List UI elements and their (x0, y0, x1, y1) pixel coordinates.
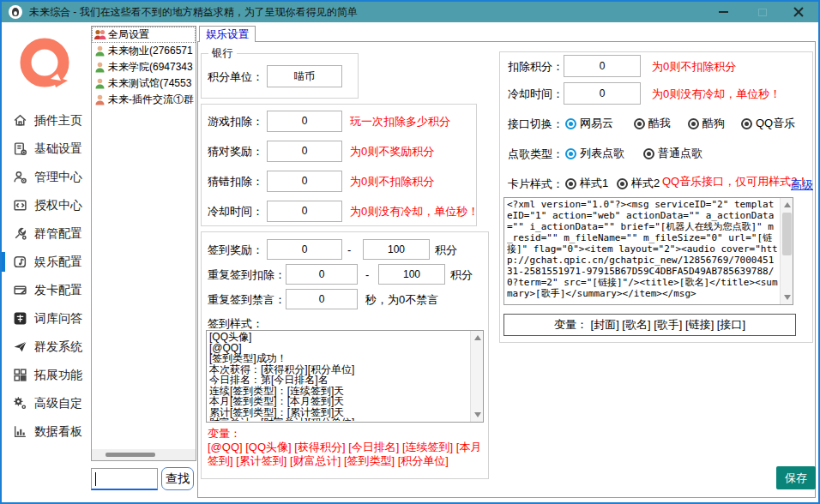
sign-variables-text: 变量： [@QQ] [QQ头像] [获得积分] [今日排名] [连续签到] [本… (208, 427, 484, 468)
member-icon (93, 61, 106, 74)
sidebar-item-label: 基础设置 (34, 141, 82, 157)
radio-style2[interactable]: 样式2 (617, 175, 660, 192)
chart-icon (13, 424, 27, 439)
list-item-label: 未来-插件交流①群 (108, 93, 194, 107)
sidebar-item-group-config[interactable]: 群管配置 (2, 219, 88, 248)
scrollbar-thumb[interactable] (106, 453, 155, 457)
tab-entertainment-settings[interactable]: 娱乐设置 (199, 26, 256, 42)
repeat-deduct-max-input[interactable]: 100 (378, 264, 445, 285)
sidebar-item-advanced-custom[interactable]: 高级自定 (2, 389, 88, 417)
game-deduct-input[interactable]: 0 (267, 111, 342, 132)
app-window: 未来综合 - 我们在这些看不到的地方精益求精，为了呈现你看得见的简单 插件主页 … (0, 0, 820, 504)
vertical-scrollbar[interactable] (780, 198, 793, 304)
minimize-icon (719, 11, 728, 13)
radio-style1[interactable]: 样式1 (565, 175, 608, 192)
radio-icon (634, 118, 645, 129)
search-button[interactable]: 查找 (161, 467, 194, 490)
sidebar-item-label: 高级自定 (34, 396, 82, 411)
doc-gear-icon (13, 141, 27, 156)
radio-qqmusic[interactable]: QQ音乐 (741, 115, 795, 132)
wrench-icon (13, 226, 27, 241)
close-button[interactable] (784, 2, 813, 22)
game-cooldown-input[interactable]: 0 (267, 201, 342, 222)
radio-netease[interactable]: 网易云 (565, 115, 613, 132)
radio-normal-song[interactable]: 普通点歌 (643, 145, 702, 162)
list-item-label: 未来测试馆(74553 (108, 76, 191, 91)
sidebar-item-plugin-home[interactable]: 插件主页 (2, 106, 88, 135)
sidebar-item-mass-send[interactable]: 群发系统 (2, 333, 88, 361)
song-variables-button[interactable]: 变量： [封面] [歌名] [歌手] [链接] [接口] (503, 314, 796, 336)
list-item-global-settings[interactable]: 全局设置 (92, 27, 196, 43)
member-icon (93, 93, 106, 106)
horizontal-scrollbar[interactable] (92, 449, 196, 460)
scroll-down-icon[interactable] (784, 295, 791, 300)
user-gear-icon (13, 170, 27, 184)
guess-wrong-input[interactable]: 0 (267, 171, 342, 192)
unit-label: 积分单位： (208, 66, 263, 87)
maximize-icon (758, 9, 767, 16)
radio-icon (688, 118, 699, 129)
unit-input[interactable]: 喵币 (267, 65, 342, 87)
song-deduct-hint: 为0则不扣除积分 (652, 56, 736, 77)
scrollbar-thumb[interactable] (782, 213, 792, 255)
window-title: 未来综合 - 我们在这些看不到的地方精益求精，为了呈现你看得见的简单 (29, 5, 358, 20)
maximize-button[interactable] (748, 2, 777, 22)
song-deduct-label: 扣除积分： (508, 56, 564, 77)
dictionary-icon (13, 311, 27, 326)
sidebar-item-auth-center[interactable]: 授权中心 (2, 191, 88, 219)
code-box-icon (13, 198, 27, 213)
list-item-account[interactable]: 未来物业(2766571 (92, 43, 196, 59)
gears-icon (13, 396, 27, 411)
search-input[interactable] (91, 468, 158, 490)
sign-reward-unit: 积分 (435, 239, 457, 261)
sign-reward-min-input[interactable]: 0 (267, 239, 342, 260)
list-item-label: 未来物业(2766571 (108, 44, 193, 58)
advanced-link[interactable]: 高级 (791, 177, 813, 193)
account-list-panel: 全局设置 未来物业(2766571 未来学院(6947343 未来测试馆(745… (91, 26, 196, 461)
list-item-account[interactable]: 未来测试馆(74553 (92, 75, 196, 92)
sidebar-item-label: 娱乐配置 (34, 255, 82, 270)
sidebar-item-card-config[interactable]: 发卡配置 (2, 276, 88, 304)
sidebar-item-entertainment-config[interactable]: 娱乐配置 (2, 248, 88, 276)
radio-list-song[interactable]: 列表点歌 (565, 145, 624, 162)
song-cooldown-input[interactable]: 0 (564, 82, 641, 105)
sidebar: 插件主页 基础设置 管理中心 授权中心 群管配置 娱乐配置 发卡配置 词库问答 … (2, 22, 88, 502)
sidebar-item-thesaurus-qa[interactable]: 词库问答 (2, 304, 88, 333)
song-deduct-input[interactable]: 0 (564, 55, 641, 77)
game-cooldown-label: 冷却时间： (208, 201, 263, 222)
sidebar-item-label: 授权中心 (34, 198, 82, 213)
radio-icon (565, 118, 576, 129)
sidebar-item-manage-center[interactable]: 管理中心 (2, 163, 88, 191)
sidebar-item-label: 词库问答 (34, 311, 82, 327)
sign-vars-list: [@QQ] [QQ头像] [获得积分] [今日排名] [连续签到] [本月签到]… (208, 441, 481, 467)
save-button[interactable]: 保存 (776, 466, 816, 489)
game-deduct-label: 游戏扣除： (208, 111, 263, 132)
sidebar-item-label: 群管配置 (34, 226, 82, 242)
repeat-deduct-unit: 积分 (450, 264, 473, 285)
list-item-account[interactable]: 未来学院(6947343 (92, 59, 196, 75)
radio-icon (565, 148, 576, 159)
sidebar-item-data-dashboard[interactable]: 数据看板 (2, 417, 88, 446)
guess-right-input[interactable]: 0 (267, 141, 342, 162)
list-item-account[interactable]: 未来-插件交流①群 (92, 92, 196, 108)
sidebar-item-basic-settings[interactable]: 基础设置 (2, 135, 88, 163)
repeat-deduct-min-input[interactable]: 0 (286, 264, 358, 285)
radio-kuwo[interactable]: 酷我 (634, 115, 671, 132)
minimize-button[interactable] (708, 2, 738, 22)
sign-reward-max-input[interactable]: 100 (363, 239, 430, 260)
range-dash: - (365, 264, 369, 285)
card-icon (13, 283, 27, 297)
repeat-mute-input[interactable]: 0 (286, 289, 358, 309)
song-cooldown-hint: 为0则没有冷却，单位秒！ (652, 83, 781, 105)
app-logo-icon (9, 5, 22, 19)
scroll-down-icon[interactable] (474, 412, 481, 417)
scroll-up-icon[interactable] (474, 335, 481, 340)
radio-kugou[interactable]: 酷狗 (688, 115, 725, 132)
card-xml-textarea[interactable]: <?xml version="1.0"?><msg serviceID="2" … (503, 197, 793, 305)
sign-style-textarea[interactable]: [QQ头像] [@QQ] [签到类型]成功！ 本次获得：[获得积分][积分单位]… (206, 330, 484, 423)
vertical-scrollbar[interactable] (470, 331, 483, 422)
sidebar-item-extensions[interactable]: 拓展功能 (2, 361, 88, 389)
scroll-up-icon[interactable] (784, 202, 791, 207)
music-icon (13, 255, 27, 269)
radio-icon (741, 118, 752, 129)
